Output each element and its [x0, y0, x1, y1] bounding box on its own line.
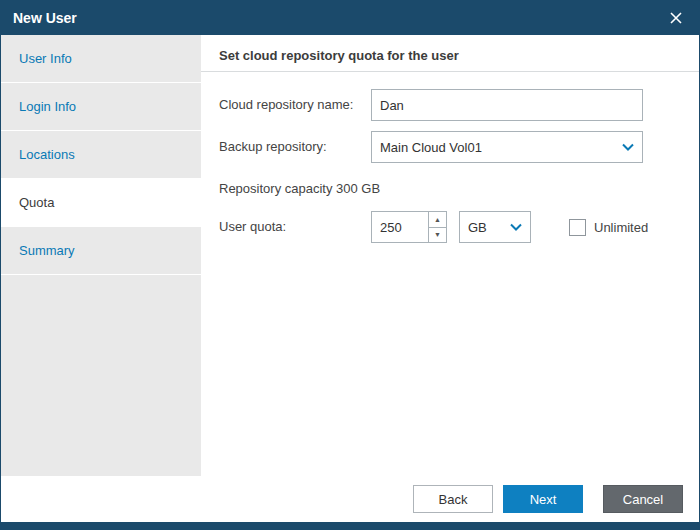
user-quota-stepper: ▲ ▼ [371, 211, 447, 243]
sidebar-item-label: Quota [19, 195, 54, 210]
sidebar-item-locations[interactable]: Locations [1, 131, 201, 179]
heading-divider [201, 71, 699, 72]
unlimited-label: Unlimited [594, 220, 648, 235]
backup-repo-select[interactable]: Main Cloud Vol01 [371, 131, 643, 163]
stepper-buttons: ▲ ▼ [428, 212, 446, 242]
repository-capacity-text: Repository capacity 300 GB [219, 181, 380, 196]
dialog-title: New User [13, 10, 77, 26]
backup-repo-selected-value: Main Cloud Vol01 [380, 140, 482, 155]
step-heading: Set cloud repository quota for the user [219, 48, 459, 63]
chevron-down-icon [622, 143, 634, 151]
unlimited-option: Unlimited [569, 211, 648, 243]
stepper-up-button[interactable]: ▲ [429, 212, 446, 228]
cancel-button[interactable]: Cancel [603, 485, 683, 513]
sidebar-item-quota[interactable]: Quota [1, 179, 201, 227]
quota-step-content: Set cloud repository quota for the user … [201, 35, 699, 476]
stepper-down-button[interactable]: ▼ [429, 228, 446, 243]
sidebar-item-login-info[interactable]: Login Info [1, 83, 201, 131]
backup-repo-label: Backup repository: [219, 131, 327, 163]
dialog-body: User Info Login Info Locations Quota Sum… [1, 35, 699, 476]
unlimited-checkbox[interactable] [569, 219, 586, 236]
user-quota-label: User quota: [219, 211, 286, 243]
bottom-border-strip [1, 522, 699, 529]
sidebar-item-user-info[interactable]: User Info [1, 35, 201, 83]
quota-unit-select[interactable]: GB [459, 211, 531, 243]
sidebar-item-label: Login Info [19, 99, 76, 114]
quota-unit-selected-value: GB [468, 220, 487, 235]
back-button[interactable]: Back [413, 485, 493, 513]
repo-name-label: Cloud repository name: [219, 89, 353, 121]
dialog-footer: Back Next Cancel [1, 476, 699, 522]
new-user-dialog: New User User Info Login Info Locations … [0, 0, 700, 530]
chevron-down-icon [510, 223, 522, 231]
sidebar-item-summary[interactable]: Summary [1, 227, 201, 275]
wizard-sidebar: User Info Login Info Locations Quota Sum… [1, 35, 201, 476]
repo-name-input[interactable] [371, 89, 643, 121]
close-icon [670, 12, 682, 24]
title-bar: New User [1, 1, 699, 35]
close-button[interactable] [665, 7, 687, 29]
user-quota-input[interactable] [372, 212, 428, 242]
sidebar-item-label: Locations [19, 147, 75, 162]
next-button[interactable]: Next [503, 485, 583, 513]
sidebar-item-label: Summary [19, 243, 75, 258]
sidebar-item-label: User Info [19, 51, 72, 66]
